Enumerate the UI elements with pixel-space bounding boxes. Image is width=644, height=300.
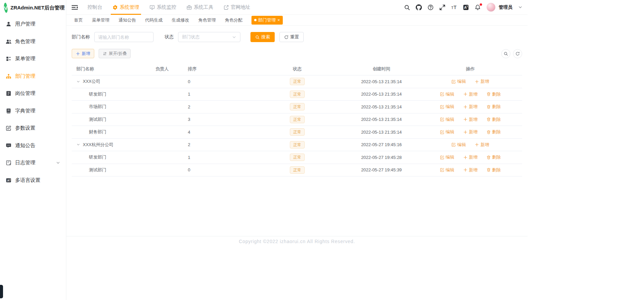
add-action-link[interactable]: 新增	[463, 91, 478, 97]
search-icon	[255, 35, 260, 39]
add-action-link[interactable]: 新增	[475, 142, 489, 148]
delete-action-link[interactable]: 删除	[486, 129, 501, 135]
tab-role-assign[interactable]: 角色分配	[225, 17, 242, 23]
refresh-table-button[interactable]	[513, 49, 522, 58]
sidebar-item-label: 参数设置	[15, 125, 35, 131]
status-badge: 正常	[290, 154, 305, 161]
expand-collapse-button[interactable]: 展开/折叠	[99, 49, 131, 58]
expand-row-icon[interactable]	[76, 143, 80, 146]
gear-icon	[112, 5, 118, 10]
github-button[interactable]	[416, 4, 422, 10]
tab-role[interactable]: 角色管理	[198, 17, 216, 23]
table-row: XXX杭州分公司2正常2022-05-27 19:45:16编辑新增	[72, 138, 522, 151]
add-action-link[interactable]: 新增	[475, 78, 489, 85]
leader-cell	[153, 151, 185, 164]
toggle-search-button[interactable]	[501, 49, 510, 58]
top-menu-item-website[interactable]: 官网地址	[224, 0, 250, 15]
chevron-down-icon[interactable]	[518, 5, 522, 9]
tab-codegen[interactable]: 代码生成	[145, 17, 163, 23]
status-badge: 正常	[290, 78, 305, 85]
sidebar-item-roles[interactable]: 角色管理	[0, 33, 66, 51]
edit-action-link[interactable]: 编辑	[451, 142, 466, 148]
action-link-label: 编辑	[446, 154, 454, 160]
action-link-label: 删除	[492, 154, 501, 160]
add-action-link[interactable]: 新增	[463, 167, 478, 173]
sidebar-item-posts[interactable]: 岗位管理	[0, 85, 66, 102]
delete-action-link[interactable]: 删除	[486, 154, 501, 160]
menu-tree-icon	[6, 56, 11, 62]
action-link-label: 编辑	[446, 167, 454, 173]
status-cell: 正常	[250, 101, 344, 113]
help-button[interactable]	[428, 4, 434, 10]
notifications-button[interactable]	[475, 4, 481, 10]
edit-icon	[440, 155, 444, 160]
font-size-button[interactable]: TT	[451, 4, 457, 10]
status-select[interactable]: 部门状态	[178, 32, 240, 42]
status-cell: 正常	[250, 113, 344, 126]
delete-action-link[interactable]: 删除	[486, 167, 501, 173]
sidebar-item-i18n[interactable]: A文多语言设置	[0, 172, 66, 189]
edit-action-link[interactable]: 编辑	[440, 104, 454, 110]
edit-action-link[interactable]: 编辑	[440, 129, 454, 135]
action-link-label: 新增	[469, 91, 478, 97]
table-tools	[501, 49, 522, 58]
sidebar-item-menus[interactable]: 菜单管理	[0, 50, 66, 68]
top-menu-item-console[interactable]: 控制台	[88, 0, 102, 15]
status-cell: 正常	[250, 75, 344, 88]
edit-action-link[interactable]: 编辑	[451, 78, 466, 85]
top-menu-item-system-monitor[interactable]: 系统监控	[149, 0, 176, 15]
add-action-link[interactable]: 新增	[463, 104, 478, 110]
delete-action-link[interactable]: 删除	[486, 91, 501, 97]
created-at-cell: 2022-05-27 19:45:28	[344, 151, 418, 164]
refresh-icon	[284, 35, 289, 39]
edit-action-link[interactable]: 编辑	[440, 116, 454, 123]
add-action-link[interactable]: 新增	[463, 129, 478, 135]
scrollbar-thumb[interactable]	[0, 285, 3, 298]
user-name[interactable]: 管理员	[499, 4, 513, 10]
delete-action-link[interactable]: 删除	[486, 104, 501, 110]
reset-button[interactable]: 重置	[279, 32, 304, 42]
expand-row-icon[interactable]	[76, 80, 80, 84]
sidebar-item-logs[interactable]: 日志管理	[0, 154, 66, 172]
add-action-link[interactable]: 新增	[463, 154, 478, 160]
delete-action-link[interactable]: 删除	[486, 116, 501, 123]
sidebar-item-users[interactable]: 用户管理	[0, 15, 66, 33]
search-button[interactable]	[404, 4, 410, 10]
created-at-cell: 2022-05-13 21:35:14	[344, 113, 418, 126]
sidebar-item-notices[interactable]: 通知公告	[0, 137, 66, 155]
tab-dept[interactable]: 部门管理×	[251, 16, 283, 25]
fullscreen-button[interactable]	[439, 4, 445, 10]
search-button[interactable]: 搜索	[250, 32, 275, 42]
tab-home[interactable]: 首页	[74, 17, 83, 23]
add-action-link[interactable]: 新增	[463, 116, 478, 123]
top-menu-item-system-manage[interactable]: 系统管理	[112, 0, 139, 15]
close-tab-icon[interactable]: ×	[277, 18, 280, 22]
sidebar-item-label: 角色管理	[15, 38, 35, 45]
dept-name: 测试部门	[89, 116, 106, 123]
bottom-spacer	[66, 246, 528, 300]
external-link-icon	[224, 5, 229, 10]
avatar[interactable]	[486, 3, 496, 12]
table-row: 财务部门4正常2022-05-13 21:35:14编辑新增删除	[72, 126, 522, 139]
edit-action-link[interactable]: 编辑	[440, 91, 454, 97]
collapse-sidebar-icon[interactable]	[71, 4, 78, 10]
sidebar-item-label: 字典管理	[15, 108, 35, 114]
created-at-cell: 2022-05-13 21:35:14	[344, 75, 418, 88]
sidebar-item-params[interactable]: 参数设置	[0, 120, 66, 137]
edit-icon	[451, 142, 456, 147]
app-logo[interactable]: V ZRAdmin.NET后台管理	[0, 0, 66, 15]
sidebar-item-dicts[interactable]: 字典管理	[0, 102, 66, 120]
status-badge: 正常	[290, 141, 305, 148]
tab-notice[interactable]: 通知公告	[118, 17, 136, 23]
tab-menu[interactable]: 菜单管理	[92, 17, 109, 23]
edit-action-link[interactable]: 编辑	[440, 167, 454, 173]
dept-name-input[interactable]	[94, 32, 154, 42]
edit-action-link[interactable]: 编辑	[440, 154, 454, 160]
sidebar-item-depts[interactable]: 部门管理	[0, 68, 66, 85]
action-link-label: 编辑	[457, 142, 466, 148]
tab-codegen-edit[interactable]: 生成修改	[172, 17, 189, 23]
language-button[interactable]: A文	[463, 4, 469, 10]
search-icon	[504, 52, 508, 56]
top-menu-item-system-tools[interactable]: 系统工具	[187, 0, 213, 15]
add-button[interactable]: 新增	[72, 49, 94, 58]
